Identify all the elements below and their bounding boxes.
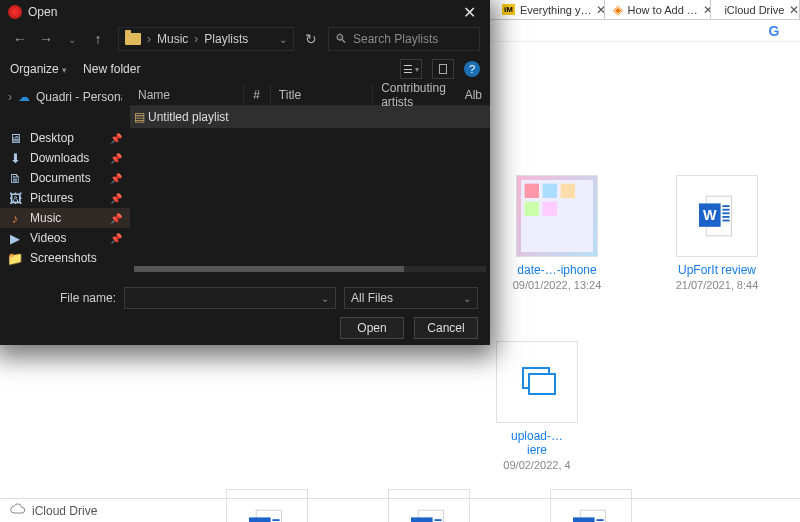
tab-label: iCloud Drive — [724, 4, 784, 16]
chevron-down-icon[interactable]: ⌄ — [463, 293, 471, 304]
cloud-icon — [10, 503, 26, 518]
crumb-playlists[interactable]: Playlists — [204, 32, 248, 46]
file-date: 21/07/2021, 8:44 — [676, 279, 759, 291]
chevron-down-icon: ▾ — [62, 65, 67, 75]
sidebar-item-screenshots[interactable]: 📁Screenshots — [0, 248, 130, 268]
organize-menu[interactable]: Organize ▾ — [10, 62, 67, 76]
playlist-icon: ▤ — [130, 110, 148, 124]
desktop-icon: 🖥 — [8, 131, 22, 145]
file-name-input[interactable]: ⌄ — [124, 287, 336, 309]
file-filter-select[interactable]: All Files⌄ — [344, 287, 478, 309]
list-item-label: Untitled playlist — [148, 110, 229, 124]
search-placeholder: Search Playlists — [353, 32, 438, 46]
sidebar-item-videos[interactable]: ▶Videos📌 — [0, 228, 130, 248]
dialog-titlebar[interactable]: Open ✕ — [0, 0, 490, 24]
forward-button[interactable]: → — [36, 29, 56, 49]
sidebar-item-downloads[interactable]: ⬇Downloads📌 — [0, 148, 130, 168]
sidebar-item-label: Pictures — [30, 191, 73, 205]
folder-icon: 📁 — [8, 251, 22, 265]
tree-root[interactable]: › ☁ Quadri - Persona — [0, 84, 130, 110]
svg-text:W: W — [703, 208, 717, 224]
close-icon[interactable]: ✕ — [596, 3, 604, 17]
sidebar-item-desktop[interactable]: 🖥Desktop📌 — [0, 128, 130, 148]
open-button[interactable]: Open — [340, 317, 404, 339]
sidebar-item-documents[interactable]: 🗎Documents📌 — [0, 168, 130, 188]
open-dialog: Open ✕ ← → ⌄ ↑ › Music › Playlists ⌄ ↻ 🔍… — [0, 0, 490, 345]
refresh-button[interactable]: ↻ — [300, 31, 322, 47]
preview-pane-button[interactable] — [432, 59, 454, 79]
chevron-right-icon[interactable]: › — [8, 90, 12, 104]
sidebar-item-pictures[interactable]: 🖼Pictures📌 — [0, 188, 130, 208]
tab-label: Everything y… — [520, 4, 592, 16]
google-icon[interactable]: G — [766, 23, 782, 39]
col-num[interactable]: # — [244, 84, 271, 105]
breadcrumb[interactable]: › Music › Playlists ⌄ — [118, 27, 294, 51]
col-name[interactable]: Name — [130, 84, 244, 105]
pin-icon: 📌 — [110, 173, 122, 184]
horizontal-scrollbar[interactable] — [130, 266, 490, 274]
sidebar-item-label: Desktop — [30, 131, 74, 145]
chevron-down-icon: ▾ — [415, 65, 419, 74]
search-input[interactable]: 🔍︎ Search Playlists — [328, 27, 480, 51]
file-name: upload-…iere — [502, 429, 572, 457]
chevron-down-icon[interactable]: ⌄ — [279, 34, 287, 45]
tab-howto[interactable]: ◈ How to Add … ✕ — [605, 0, 712, 19]
col-artists[interactable]: Contributing artists — [373, 84, 456, 105]
file-card[interactable]: W UpForIt review 21/07/2021, 8:44 — [662, 175, 772, 291]
pin-icon: 📌 — [110, 193, 122, 204]
dialog-toolbar: Organize ▾ New folder ☰▾ ? — [0, 54, 490, 84]
file-list[interactable]: Name # Title Contributing artists Alb ▤ … — [130, 84, 490, 281]
col-album[interactable]: Alb — [457, 84, 490, 105]
chevron-down-icon[interactable]: ⌄ — [62, 29, 82, 49]
music-icon: ♪ — [8, 211, 22, 225]
tab-everything[interactable]: iM Everything y… ✕ — [494, 0, 605, 19]
svg-rect-10 — [722, 205, 729, 207]
up-button[interactable]: ↑ — [88, 29, 108, 49]
close-icon[interactable]: ✕ — [789, 3, 799, 17]
sidebar-item-label: Screenshots — [30, 251, 97, 265]
dialog-title: Open — [28, 5, 57, 19]
thumb-photos-icon — [516, 175, 598, 257]
imdb-icon: iM — [502, 4, 515, 15]
list-item[interactable]: ▤ Untitled playlist — [130, 106, 490, 128]
picture-icon: 🖼 — [8, 191, 22, 205]
download-icon: ⬇ — [8, 151, 22, 165]
file-card[interactable]: upload-…iere 09/02/2022, 4 — [502, 341, 572, 471]
chevron-right-icon: › — [147, 32, 151, 46]
breadcrumb-label: iCloud Drive — [32, 504, 97, 518]
nav-tree[interactable]: › ☁ Quadri - Persona 🖥Desktop📌 ⬇Download… — [0, 84, 130, 281]
svg-rect-3 — [543, 184, 557, 198]
pin-icon: 📌 — [110, 133, 122, 144]
sidebar-item-label: Downloads — [30, 151, 89, 165]
chevron-down-icon[interactable]: ⌄ — [321, 293, 329, 304]
svg-rect-5 — [525, 202, 539, 216]
help-icon[interactable]: ? — [464, 61, 480, 77]
svg-rect-11 — [722, 209, 729, 211]
file-card[interactable]: date-…-iphone 09/01/2022, 13:24 — [502, 175, 612, 291]
sidebar-item-label: Videos — [30, 231, 66, 245]
sidebar-item-music[interactable]: ♪Music📌 — [0, 208, 130, 228]
file-name: UpForIt review — [678, 263, 756, 277]
file-name-label: File name: — [12, 291, 116, 305]
video-icon: ▶ — [8, 231, 22, 245]
back-button[interactable]: ← — [10, 29, 30, 49]
svg-rect-4 — [561, 184, 575, 198]
tree-root-label: Quadri - Persona — [36, 90, 122, 104]
svg-rect-6 — [543, 202, 557, 216]
thumb-stack-icon — [496, 341, 578, 423]
cancel-button[interactable]: Cancel — [414, 317, 478, 339]
crumb-music[interactable]: Music — [157, 32, 188, 46]
close-icon[interactable]: ✕ — [457, 3, 482, 22]
list-header[interactable]: Name # Title Contributing artists Alb — [130, 84, 490, 106]
close-icon[interactable]: ✕ — [703, 3, 712, 17]
svg-rect-16 — [529, 374, 555, 394]
svg-rect-2 — [525, 184, 539, 198]
new-folder-button[interactable]: New folder — [83, 62, 140, 76]
tab-iclouddrive[interactable]: iCloud Drive ✕ — [711, 0, 800, 19]
search-icon: 🔍︎ — [335, 32, 347, 46]
breadcrumb: iCloud Drive — [0, 498, 800, 522]
folder-icon — [125, 33, 141, 45]
thumb-word-icon: W — [676, 175, 758, 257]
col-title[interactable]: Title — [271, 84, 373, 105]
view-mode-button[interactable]: ☰▾ — [400, 59, 422, 79]
